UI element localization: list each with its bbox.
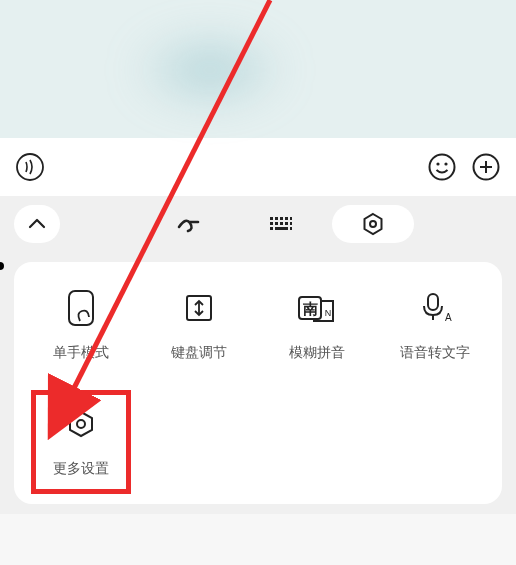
emoji-icon	[427, 152, 457, 182]
svg-rect-15	[280, 222, 283, 225]
chevron-up-icon	[27, 217, 47, 231]
grid-fuzzy-pinyin[interactable]: 南 N 模糊拼音	[258, 286, 376, 362]
svg-rect-28	[428, 294, 438, 310]
add-button[interactable]	[466, 147, 506, 187]
pinyin-icon: 南 N	[297, 293, 337, 323]
tab-settings[interactable]	[332, 205, 414, 243]
grid-voice-to-text[interactable]: A 语音转文字	[376, 286, 494, 362]
svg-rect-18	[270, 227, 273, 230]
grid-more-settings[interactable]: 更多设置	[22, 402, 140, 478]
keyboard-tab-bar	[0, 196, 516, 252]
settings-panel-area: 单手模式 键盘调节 南	[0, 252, 516, 514]
svg-point-3	[444, 162, 447, 165]
svg-rect-12	[290, 217, 292, 220]
one-hand-icon	[65, 289, 97, 327]
handwriting-icon	[176, 213, 202, 235]
grid-label: 模糊拼音	[289, 344, 345, 362]
chat-background	[0, 0, 516, 138]
voice-button[interactable]	[10, 147, 50, 187]
svg-rect-19	[275, 227, 288, 230]
svg-rect-10	[280, 217, 283, 220]
message-input[interactable]	[54, 147, 418, 187]
grid-keyboard-adjust[interactable]: 键盘调节	[140, 286, 258, 362]
keyboard-grid-icon	[268, 215, 294, 233]
grid-label: 语音转文字	[400, 344, 470, 362]
svg-rect-17	[290, 222, 292, 225]
annotation-highlight	[31, 390, 131, 494]
tab-keyboard[interactable]	[240, 205, 322, 243]
svg-rect-13	[270, 222, 273, 225]
settings-panel: 单手模式 键盘调节 南	[14, 262, 502, 504]
gear-hex-icon	[361, 212, 385, 236]
svg-rect-14	[275, 222, 278, 225]
voice-icon	[15, 152, 45, 182]
grid-one-hand-mode[interactable]: 单手模式	[22, 286, 140, 362]
input-toolbar	[0, 138, 516, 196]
svg-text:N: N	[325, 308, 332, 318]
grid-label: 单手模式	[53, 344, 109, 362]
svg-rect-8	[270, 217, 273, 220]
svg-rect-20	[290, 227, 292, 230]
grid-label: 键盘调节	[171, 344, 227, 362]
svg-text:A: A	[445, 312, 452, 323]
svg-rect-16	[285, 222, 288, 225]
svg-point-21	[370, 221, 376, 227]
svg-point-2	[436, 162, 439, 165]
svg-rect-22	[69, 291, 93, 325]
svg-rect-11	[285, 217, 288, 220]
svg-point-1	[430, 155, 455, 180]
collapse-button[interactable]	[14, 205, 60, 243]
emoji-button[interactable]	[422, 147, 462, 187]
plus-icon	[471, 152, 501, 182]
svg-text:南: 南	[302, 300, 318, 317]
tab-handwriting[interactable]	[148, 205, 230, 243]
svg-rect-9	[275, 217, 278, 220]
svg-point-0	[17, 154, 43, 180]
resize-icon	[183, 292, 215, 324]
mic-text-icon: A	[418, 291, 452, 325]
